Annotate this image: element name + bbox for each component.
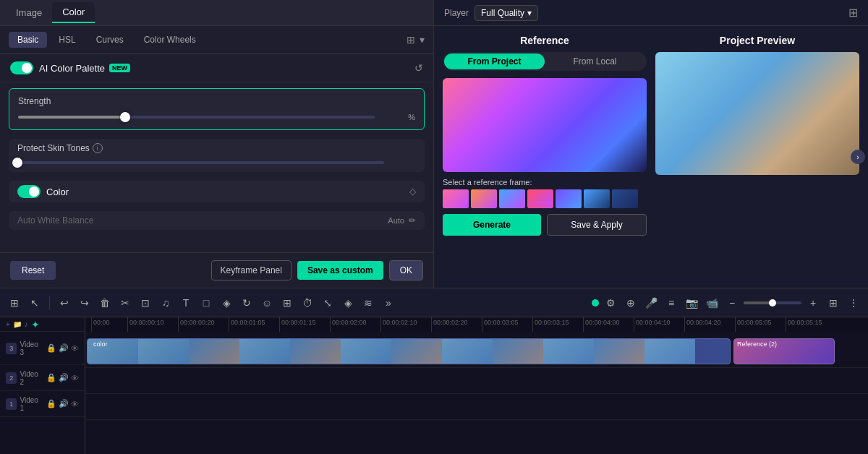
zoom-out-icon[interactable]: − [723,294,741,312]
skin-input[interactable]: 0 [390,158,416,168]
more2-icon[interactable]: ⋮ [845,294,862,312]
camera-icon[interactable]: 📷 [683,294,700,312]
diamond-icon[interactable]: ◇ [409,187,416,197]
thumbnail-4[interactable] [527,189,553,208]
track-2-speaker[interactable]: 🔊 [59,373,69,382]
color-toggle[interactable] [17,185,41,198]
ok-button[interactable]: OK [389,260,423,280]
track-3-eye[interactable]: 👁 [71,344,79,353]
thumbnail-5[interactable] [556,189,582,208]
strength-thumb[interactable] [120,112,130,122]
main-clip[interactable]: color [87,338,731,364]
sub-tab-bar: Basic HSL Curves Color Wheels ⊞ ▾ [0,26,433,54]
track-3-lock[interactable]: 🔒 [46,343,56,353]
ai-palette-label: AI Color Palette [39,63,105,74]
split-view-icon[interactable]: ⊞ [407,34,415,46]
ai-palette-toggle[interactable] [10,61,33,74]
action-row: Reset Keyframe Panel Save as custom OK [0,252,433,288]
text-icon[interactable]: T [177,294,195,312]
rect-icon[interactable]: □ [197,294,215,312]
reset-button[interactable]: Reset [10,261,56,280]
thumbnail-6[interactable] [584,189,610,208]
select-icon[interactable]: ↖ [26,294,43,312]
sub-tab-curves[interactable]: Curves [88,32,132,48]
delete-icon[interactable]: 🗑 [96,294,114,312]
ref-clip[interactable]: Reference (2) [733,338,835,364]
cut-icon[interactable]: ✂ [116,294,134,312]
track-1-control: 1 Video 1 🔒 🔊 👁 [0,391,85,417]
color-icon[interactable]: ≋ [359,294,377,312]
generate-button[interactable]: Generate [443,214,541,236]
track-1-speaker[interactable]: 🔊 [59,399,69,408]
emoji-icon[interactable]: ☺ [258,294,276,312]
media-icon[interactable]: ⊞ [278,294,296,312]
strength-input[interactable]: 30 [380,112,407,122]
keyframe-panel-button[interactable]: Keyframe Panel [211,260,292,280]
crop-icon[interactable]: ⊡ [137,294,154,312]
pencil-icon[interactable]: ✏ [409,215,416,226]
music-icon[interactable]: ♪ [25,320,28,328]
timeline-body: + 📁 ♪ ✦ 3 Video 3 🔒 🔊 👁 2 Video 2 🔒 [0,317,868,454]
audio-icon[interactable]: ♫ [157,294,174,312]
chevron-down-icon[interactable]: ▾ [420,34,425,46]
thumbnail-7[interactable] [612,189,638,208]
tick-8: 00:00:03:05 [482,317,532,332]
timer-icon[interactable]: ⏱ [299,294,316,312]
zoom-slider[interactable] [744,301,801,304]
thumbnail-3[interactable] [499,189,525,208]
from-local-tab[interactable]: From Local [545,53,645,69]
mic-icon[interactable]: 🎤 [642,294,660,312]
tool-right: ⚙ ⊕ 🎤 ≡ 📷 📹 − + ⊞ ⋮ [592,294,862,312]
grid-layout-icon[interactable]: ⊞ [825,294,842,312]
right-top-bar: Player Full Quality ▾ ⊞ [434,0,868,26]
grid-icon[interactable]: ⊞ [848,6,858,20]
transform-icon[interactable]: ⤡ [319,294,336,312]
folder-icon[interactable]: 📁 [13,320,22,328]
thumbnail-1[interactable] [443,189,469,208]
tick-11: 00:00:04:10 [634,317,684,332]
more-icon[interactable]: » [380,294,397,312]
track-3-speaker[interactable]: 🔊 [59,343,69,353]
reset-icon[interactable]: ↺ [414,62,423,74]
shield-icon[interactable]: ⊕ [622,294,639,312]
settings-icon[interactable]: ⚙ [602,294,619,312]
info-icon[interactable]: i [93,143,103,153]
from-project-tab[interactable]: From Project [444,53,545,69]
track-controls: + 📁 ♪ ✦ 3 Video 3 🔒 🔊 👁 2 Video 2 🔒 [0,317,85,454]
track-1-lock[interactable]: 🔒 [46,399,56,408]
effect-icon[interactable]: ◈ [339,294,357,312]
preview-col: Project Preview › [655,35,859,279]
sub-tab-hsl[interactable]: HSL [50,32,84,48]
save-custom-button[interactable]: Save as custom [297,261,383,280]
track-2-label: Video 2 [20,370,43,386]
magic-icon[interactable]: ✦ [31,319,40,330]
track-1-eye[interactable]: 👁 [71,400,79,408]
next-frame-button[interactable]: › [851,150,865,164]
tab-color[interactable]: Color [52,2,95,23]
redo-icon[interactable]: ↪ [76,294,93,312]
quality-select[interactable]: Full Quality ▾ [475,5,538,21]
quality-value: Full Quality [481,8,524,18]
tab-image[interactable]: Image [6,3,52,22]
loop-icon[interactable]: ↻ [238,294,255,312]
track-2-lock[interactable]: 🔒 [46,373,56,382]
sub-tab-basic[interactable]: Basic [9,32,47,48]
thumbnail-2[interactable] [471,189,497,208]
fill-icon[interactable]: ◈ [218,294,235,312]
reference-title: Reference [520,35,569,46]
save-apply-button[interactable]: Save & Apply [547,214,647,236]
skin-slider[interactable] [17,161,384,164]
track-icon[interactable]: ≡ [663,294,680,312]
track-2-eye[interactable]: 👁 [71,374,79,382]
view-toggle-icons[interactable]: ⊞ ▾ [407,34,425,46]
strength-label: Strength [18,96,415,106]
skin-slider-row: 0 [17,158,416,168]
strength-slider[interactable] [18,116,375,119]
layout-icon[interactable]: ⊞ [6,294,23,312]
sub-tab-color-wheels[interactable]: Color Wheels [135,32,205,48]
undo-icon[interactable]: ↩ [56,294,73,312]
ai-palette-row: AI Color Palette NEW ↺ [0,54,433,82]
video-icon[interactable]: 📹 [703,294,720,312]
track-add-icon[interactable]: + [6,320,10,328]
zoom-in-icon[interactable]: + [804,294,822,312]
